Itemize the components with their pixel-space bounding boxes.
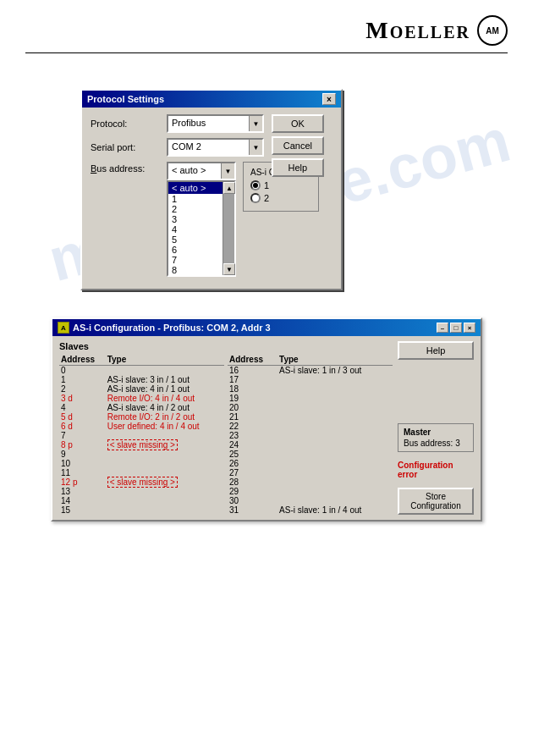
- bus-item-1[interactable]: 1: [168, 194, 223, 204]
- slave-type: [277, 403, 393, 412]
- asi-circuit-radio-btn-1[interactable]: [250, 180, 261, 190]
- slave-addr: 4: [59, 403, 106, 412]
- bus-address-label-text: us address:: [96, 163, 145, 174]
- slave-type: [277, 477, 393, 487]
- slave-addr: 17: [228, 375, 277, 384]
- slave-type: < slave missing >: [106, 477, 224, 487]
- table-row: 0: [59, 366, 224, 376]
- table-row: 4 AS-i slave: 4 in / 2 out: [59, 403, 224, 412]
- slave-type: AS-i slave: 4 in / 1 out: [106, 384, 224, 394]
- protocol-select[interactable]: Profibus ▼: [167, 114, 264, 133]
- slave-addr: 5 d: [59, 412, 106, 422]
- table-row: 25: [228, 450, 393, 459]
- slave-type: AS-i slave: 1 in / 4 out: [277, 505, 393, 515]
- bus-item-3[interactable]: 3: [168, 214, 223, 224]
- table-row: 6 d User defined: 4 in / 4 out: [59, 422, 224, 431]
- protocol-dropdown-arrow[interactable]: ▼: [249, 116, 262, 131]
- table-row: 17: [228, 375, 393, 384]
- table-row: 19: [228, 394, 393, 403]
- bus-address-row: Bus address: < auto > ▼ < auto > 1 2 3: [91, 162, 332, 277]
- slave-addr: 24: [228, 440, 277, 450]
- slave-type: [277, 384, 393, 394]
- master-bus-address: Bus address: 3: [404, 439, 468, 448]
- serial-port-select[interactable]: COM 2 ▼: [167, 138, 264, 157]
- slave-type: [277, 431, 393, 440]
- slave-addr: 30: [228, 496, 277, 505]
- asi-config-titlebar: A AS-i Configuration - Profibus: COM 2, …: [52, 319, 481, 336]
- bus-address-current: < auto >: [168, 163, 221, 179]
- asi-titlebar-buttons: – □ ×: [437, 323, 475, 333]
- bus-address-control: < auto > ▼ < auto > 1 2 3 4 5 6: [167, 162, 236, 277]
- slave-type: AS-i slave: 4 in / 2 out: [106, 403, 224, 412]
- bus-dropdown-items: < auto > 1 2 3 4 5 6 7 8: [168, 182, 223, 275]
- slave-type: < slave missing >: [106, 440, 224, 450]
- slave-type: [106, 459, 224, 468]
- table-row: 13: [59, 487, 224, 496]
- slaves-columns: Address Type 0 1 AS-i slave: 3 in / 1 ou…: [59, 354, 393, 515]
- asi-spacer: [398, 365, 474, 418]
- slave-addr: 22: [228, 422, 277, 431]
- asi-title-left: A AS-i Configuration - Profibus: COM 2, …: [58, 322, 271, 334]
- bus-item-7[interactable]: 7: [168, 255, 223, 265]
- serial-dropdown-arrow[interactable]: ▼: [249, 140, 262, 155]
- bus-scrollbar[interactable]: ▲ ▼: [223, 182, 234, 275]
- col-type-left: Type: [106, 354, 224, 366]
- slave-type: [277, 496, 393, 505]
- bus-address-label: Bus address:: [91, 163, 167, 174]
- bus-dropdown-arrow[interactable]: ▼: [221, 163, 234, 179]
- table-row: 3 d Remote I/O: 4 in / 4 out: [59, 394, 224, 403]
- slave-type: [277, 468, 393, 477]
- col-type-right: Type: [277, 354, 393, 366]
- scroll-up-btn[interactable]: ▲: [223, 182, 235, 194]
- table-row: 30: [228, 496, 393, 505]
- asi-circuit-radio-2[interactable]: 2: [250, 193, 311, 203]
- bus-item-4[interactable]: 4: [168, 224, 223, 235]
- serial-port-label: Serial port:: [91, 142, 167, 152]
- table-row: 14: [59, 496, 224, 505]
- bus-item-2[interactable]: 2: [168, 204, 223, 214]
- bus-dropdown-list[interactable]: < auto > 1 2 3 4 5 6 7 8 ▲: [167, 180, 236, 277]
- protocol-dialog: Protocol Settings × Protocol: Profibus ▼…: [80, 89, 343, 290]
- slave-addr: 27: [228, 468, 277, 477]
- cancel-button[interactable]: Cancel: [272, 136, 324, 155]
- asi-close-btn[interactable]: ×: [464, 323, 475, 333]
- ok-button[interactable]: OK: [272, 114, 324, 133]
- master-box: Master Bus address: 3: [398, 423, 474, 452]
- asi-help-button[interactable]: Help: [398, 341, 474, 360]
- bus-dropdown-selected[interactable]: < auto >: [168, 182, 223, 194]
- asi-config-title: AS-i Configuration - Profibus: COM 2, Ad…: [73, 323, 271, 333]
- asi-maximize-btn[interactable]: □: [450, 323, 462, 333]
- slave-addr: 9: [59, 450, 106, 459]
- table-row: 18: [228, 384, 393, 394]
- slave-addr: 26: [228, 459, 277, 468]
- asi-circuit-radio-1[interactable]: 1: [250, 180, 311, 190]
- help-button[interactable]: Help: [272, 158, 324, 177]
- protocol-dialog-close[interactable]: ×: [322, 93, 336, 105]
- slave-type: [277, 450, 393, 459]
- bus-item-8[interactable]: 8: [168, 265, 223, 275]
- table-row: 21: [228, 412, 393, 422]
- brand-name: Moeller: [365, 17, 470, 44]
- scroll-track: [223, 194, 234, 263]
- col-address-left: Address: [59, 354, 106, 366]
- bus-item-5[interactable]: 5: [168, 235, 223, 245]
- bus-address-select[interactable]: < auto > ▼: [167, 162, 236, 180]
- bus-item-6[interactable]: 6: [168, 245, 223, 255]
- protocol-dialog-body: Protocol: Profibus ▼ OK Cancel Help Seri…: [82, 108, 341, 289]
- protocol-label: Protocol:: [91, 119, 167, 129]
- store-configuration-button[interactable]: Store Configuration: [398, 488, 474, 515]
- asi-minimize-btn[interactable]: –: [437, 323, 448, 333]
- slave-addr: 18: [228, 384, 277, 394]
- asi-circuit-radio-btn-2[interactable]: [250, 193, 261, 203]
- slave-type: [106, 505, 224, 515]
- slave-addr: 6 d: [59, 422, 106, 431]
- slave-type: [106, 450, 224, 459]
- slave-addr: 31: [228, 505, 277, 515]
- slave-addr: 14: [59, 496, 106, 505]
- slave-addr: 29: [228, 487, 277, 496]
- slave-type: [277, 375, 393, 384]
- master-box-title: Master: [404, 428, 468, 437]
- table-row: 23: [228, 431, 393, 440]
- brand-logo: AM: [477, 15, 508, 46]
- scroll-down-btn[interactable]: ▼: [223, 263, 235, 275]
